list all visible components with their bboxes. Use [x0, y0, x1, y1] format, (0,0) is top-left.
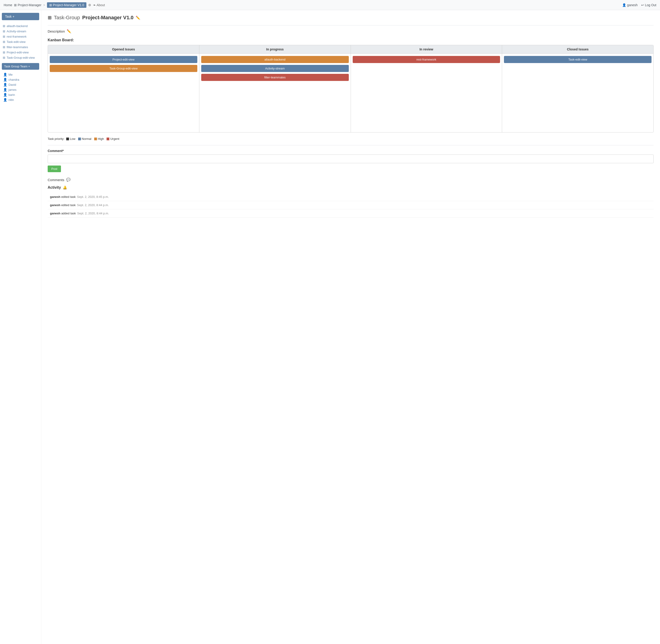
- navbar-right: 👤 ganesh ↩ Log Out: [622, 3, 656, 7]
- title-edit-icon[interactable]: ✏️: [136, 16, 140, 20]
- sidebar-item[interactable]: ⊞Task-edit-view: [2, 39, 39, 44]
- activity-label: Activity: [48, 185, 61, 190]
- kanban-card[interactable]: rest-framework: [353, 56, 500, 63]
- kanban-col-body: allauth-backendActivity-streamfilter-tea…: [199, 54, 351, 132]
- kanban-col-header: In progress: [199, 45, 351, 54]
- user-icon: 👤: [3, 73, 7, 76]
- description-edit-icon[interactable]: ✏️: [67, 29, 71, 33]
- activity-section: Activity 🔔 ganesh edited taskSept. 2, 20…: [48, 185, 654, 217]
- grid-icon: ⊞: [3, 45, 5, 49]
- user-link[interactable]: 👤 ganesh: [622, 3, 638, 7]
- member-item[interactable]: 👤karin: [2, 92, 39, 97]
- kanban-card[interactable]: Task-edit-view: [504, 56, 652, 63]
- priority-item: Urgent: [107, 137, 119, 141]
- kanban-card[interactable]: Task-Group-edit-view: [50, 65, 197, 72]
- logout-link[interactable]: ↩ Log Out: [641, 3, 656, 7]
- sidebar-item[interactable]: ⊞Project-edit-view: [2, 50, 39, 55]
- gear-icon[interactable]: ⚙: [88, 3, 91, 7]
- priority-box: [107, 138, 109, 140]
- sidebar-item[interactable]: ⊞Task-Group-edit-view: [2, 55, 39, 60]
- activity-time: Sept. 2, 2020, 8:44 p.m.: [77, 203, 109, 207]
- navbar: Home ⊞ Project-Manager > ⊞ Project-Manag…: [0, 0, 660, 10]
- priority-box: [78, 138, 81, 140]
- description-label: Description: [48, 29, 65, 33]
- priority-box: [66, 138, 69, 140]
- kanban-board: Opened IssuesProject-edit-viewTask-Group…: [48, 45, 654, 133]
- user-icon: 👤: [3, 98, 7, 101]
- kanban-title: Kanban Board:: [48, 38, 654, 42]
- grid-icon: ⊞: [14, 3, 17, 7]
- nav-project-manager[interactable]: ⊞ Project-Manager: [14, 3, 41, 7]
- kanban-card[interactable]: Project-edit-view: [50, 56, 197, 63]
- comment-section: Comment* Post: [48, 149, 654, 172]
- priority-items: LowNormalHighUrgent: [66, 137, 119, 141]
- kanban-card[interactable]: filter-teammates: [201, 74, 349, 81]
- member-item[interactable]: 👤Me: [2, 72, 39, 77]
- task-button[interactable]: Task +: [2, 13, 39, 20]
- post-button[interactable]: Post: [48, 165, 61, 172]
- activity-actor: ganesh: [50, 212, 61, 215]
- kanban-card[interactable]: allauth-backend: [201, 56, 349, 63]
- comments-row: Comments 💬: [48, 178, 654, 182]
- kanban-card[interactable]: Activity-stream: [201, 65, 349, 72]
- user-icon: 👤: [3, 88, 7, 91]
- kanban-col-header: In review: [351, 45, 502, 54]
- kanban-col-body: Project-edit-viewTask-Group-edit-view: [48, 54, 199, 132]
- navbar-left: Home ⊞ Project-Manager > ⊞ Project-Manag…: [4, 2, 105, 8]
- kanban-column: Closed IssuesTask-edit-view: [502, 45, 653, 132]
- description-row: Description ✏️: [48, 29, 654, 33]
- priority-divider: [48, 145, 654, 145]
- priority-item: High: [94, 137, 104, 141]
- sidebar-item[interactable]: ⊞Activity-stream: [2, 29, 39, 34]
- kanban-col-header: Opened Issues: [48, 45, 199, 54]
- activity-time: Sept. 2, 2020, 8:45 p.m.: [77, 195, 109, 199]
- sidebar-item[interactable]: ⊞rest-framework: [2, 34, 39, 39]
- chat-icon: 💬: [66, 178, 71, 182]
- title-text: Project-Manager V1.0: [82, 15, 134, 21]
- grid-icon: ⊞: [3, 29, 5, 33]
- plug-icon[interactable]: ❧ About: [93, 3, 105, 7]
- kanban-col-body: rest-framework: [351, 54, 502, 132]
- sidebar-item[interactable]: ⊞allauth-backend: [2, 23, 39, 29]
- member-item[interactable]: 👤james: [2, 87, 39, 92]
- bell-icon: 🔔: [63, 185, 67, 190]
- activity-actor: ganesh: [50, 195, 61, 199]
- activity-item: ganesh edited taskSept. 2, 2020, 8:44 p.…: [48, 201, 654, 209]
- grid-icon: ⊞: [3, 56, 5, 60]
- grid-icon: ⊞: [3, 24, 5, 28]
- comment-label: Comment*: [48, 149, 654, 153]
- page-title: ⊞ Task-Group Project-Manager V1.0 ✏️: [48, 15, 654, 21]
- grid-icon: ⊞: [3, 35, 5, 38]
- grid-icon: ⊞: [3, 40, 5, 44]
- comment-input[interactable]: [48, 155, 654, 163]
- activity-time: Sept. 2, 2020, 8:44 p.m.: [77, 212, 109, 215]
- kanban-column: In reviewrest-framework: [351, 45, 502, 132]
- activity-item: ganesh edited taskSept. 2, 2020, 8:45 p.…: [48, 193, 654, 201]
- grid-icon: ⊞: [3, 51, 5, 54]
- user-icon: 👤: [3, 83, 7, 87]
- sidebar-items: ⊞allauth-backend⊞Activity-stream⊞rest-fr…: [2, 23, 39, 60]
- kanban-column: Opened IssuesProject-edit-viewTask-Group…: [48, 45, 199, 132]
- priority-item: Normal: [78, 137, 91, 141]
- activity-title: Activity 🔔: [48, 185, 654, 190]
- user-icon: 👤: [3, 78, 7, 82]
- activity-actor: ganesh: [50, 203, 61, 207]
- priority-item: Low: [66, 137, 75, 141]
- member-item[interactable]: 👤nitin: [2, 97, 39, 102]
- grid-icon-active: ⊞: [49, 3, 53, 7]
- nav-home[interactable]: Home: [4, 3, 12, 7]
- nav-active-tab[interactable]: ⊞ Project-Manager V1.0: [47, 2, 87, 8]
- activity-list: ganesh edited taskSept. 2, 2020, 8:45 p.…: [48, 193, 654, 217]
- kanban-col-body: Task-edit-view: [502, 54, 653, 132]
- main-content: ⊞ Task-Group Project-Manager V1.0 ✏️ Des…: [41, 10, 660, 644]
- team-group-button[interactable]: Task Group Team +: [2, 63, 39, 70]
- page-container: Task + ⊞allauth-backend⊞Activity-stream⊞…: [0, 10, 660, 644]
- member-item[interactable]: 👤chandra: [2, 77, 39, 82]
- title-prefix: Task-Group: [54, 15, 80, 21]
- member-item[interactable]: 👤David: [2, 82, 39, 87]
- grid-lg-icon: ⊞: [48, 15, 51, 20]
- sidebar-item[interactable]: ⊞filter-teammates: [2, 44, 39, 50]
- comments-label: Comments: [48, 178, 64, 182]
- sidebar: Task + ⊞allauth-backend⊞Activity-stream⊞…: [0, 10, 41, 644]
- nav-separator: >: [43, 3, 45, 7]
